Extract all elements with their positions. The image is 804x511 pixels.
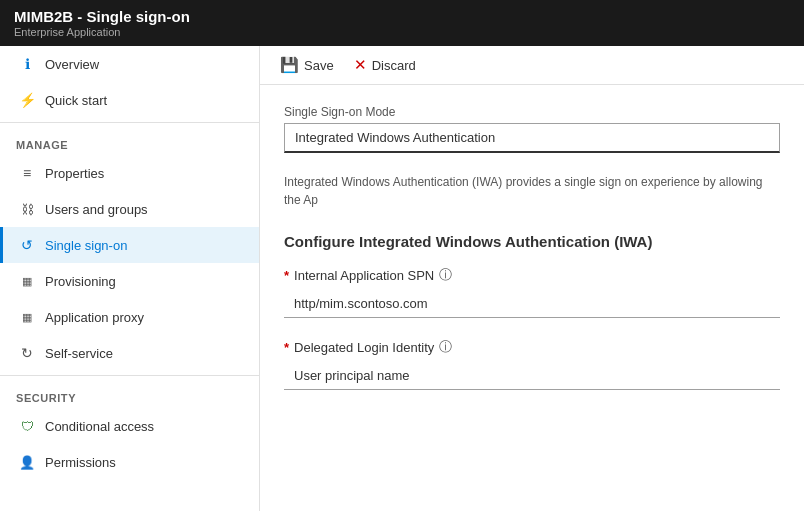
spn-info-icon: ⓘ <box>439 266 452 284</box>
delegated-login-input[interactable] <box>284 362 780 390</box>
form-content: Single Sign-on Mode Integrated Windows A… <box>260 85 804 511</box>
sso-mode-label: Single Sign-on Mode <box>284 105 780 119</box>
spn-field-group: * Internal Application SPN ⓘ <box>284 266 780 318</box>
sidebar-item-label: Conditional access <box>45 419 154 434</box>
topbar: MIMB2B - Single sign-on Enterprise Appli… <box>0 0 804 46</box>
users-groups-icon: ⛓ <box>19 201 35 217</box>
sidebar: ℹ Overview ⚡ Quick start MANAGE ≡ Proper… <box>0 46 260 511</box>
sidebar-item-label: Quick start <box>45 93 107 108</box>
spn-input[interactable] <box>284 290 780 318</box>
properties-icon: ≡ <box>19 165 35 181</box>
page-subtitle: Enterprise Application <box>14 26 790 38</box>
sidebar-item-label: Single sign-on <box>45 238 127 253</box>
content-area: 💾 Save ✕ Discard Single Sign-on Mode Int… <box>260 46 804 511</box>
sidebar-item-label: Provisioning <box>45 274 116 289</box>
delegated-login-label-text: Delegated Login Identity <box>294 340 434 355</box>
overview-icon: ℹ <box>19 56 35 72</box>
divider-security <box>0 375 259 376</box>
sso-mode-select[interactable]: Integrated Windows Authentication <box>284 123 780 153</box>
sso-mode-group: Single Sign-on Mode Integrated Windows A… <box>284 105 780 153</box>
sidebar-item-provisioning[interactable]: ▦ Provisioning <box>0 263 259 299</box>
sidebar-item-overview[interactable]: ℹ Overview <box>0 46 259 82</box>
iwa-section-title: Configure Integrated Windows Authenticat… <box>284 233 780 250</box>
delegated-login-required-marker: * <box>284 340 289 355</box>
sidebar-item-permissions[interactable]: 👤 Permissions <box>0 444 259 480</box>
app-proxy-icon: ▦ <box>19 309 35 325</box>
security-section-header: SECURITY <box>0 380 259 408</box>
main-layout: ℹ Overview ⚡ Quick start MANAGE ≡ Proper… <box>0 46 804 511</box>
page-title: MIMB2B - Single sign-on <box>14 8 790 25</box>
sidebar-item-properties[interactable]: ≡ Properties <box>0 155 259 191</box>
delegated-login-info-icon: ⓘ <box>439 338 452 356</box>
discard-label: Discard <box>372 58 416 73</box>
manage-section-header: MANAGE <box>0 127 259 155</box>
spn-required-marker: * <box>284 268 289 283</box>
self-service-icon: ↻ <box>19 345 35 361</box>
spn-label-text: Internal Application SPN <box>294 268 434 283</box>
sso-mode-select-wrapper: Integrated Windows Authentication <box>284 123 780 153</box>
divider <box>0 122 259 123</box>
sso-icon: ↺ <box>19 237 35 253</box>
save-icon: 💾 <box>280 56 299 74</box>
discard-button[interactable]: ✕ Discard <box>354 56 416 74</box>
sidebar-item-conditional-access[interactable]: 🛡 Conditional access <box>0 408 259 444</box>
sidebar-item-label: Self-service <box>45 346 113 361</box>
sidebar-item-self-service[interactable]: ↻ Self-service <box>0 335 259 371</box>
conditional-access-icon: 🛡 <box>19 418 35 434</box>
sidebar-item-label: Permissions <box>45 455 116 470</box>
sidebar-item-label: Application proxy <box>45 310 144 325</box>
delegated-login-label: * Delegated Login Identity ⓘ <box>284 338 780 356</box>
quickstart-icon: ⚡ <box>19 92 35 108</box>
provisioning-icon: ▦ <box>19 273 35 289</box>
save-button[interactable]: 💾 Save <box>280 56 334 74</box>
delegated-login-field-group: * Delegated Login Identity ⓘ <box>284 338 780 390</box>
sidebar-item-label: Overview <box>45 57 99 72</box>
form-description: Integrated Windows Authentication (IWA) … <box>284 173 764 209</box>
sidebar-item-single-sign-on[interactable]: ↺ Single sign-on <box>0 227 259 263</box>
save-label: Save <box>304 58 334 73</box>
spn-label: * Internal Application SPN ⓘ <box>284 266 780 284</box>
permissions-icon: 👤 <box>19 454 35 470</box>
sidebar-item-application-proxy[interactable]: ▦ Application proxy <box>0 299 259 335</box>
toolbar: 💾 Save ✕ Discard <box>260 46 804 85</box>
sidebar-item-label: Properties <box>45 166 104 181</box>
sidebar-item-label: Users and groups <box>45 202 148 217</box>
discard-icon: ✕ <box>354 56 367 74</box>
sidebar-item-quickstart[interactable]: ⚡ Quick start <box>0 82 259 118</box>
sidebar-item-users-groups[interactable]: ⛓ Users and groups <box>0 191 259 227</box>
